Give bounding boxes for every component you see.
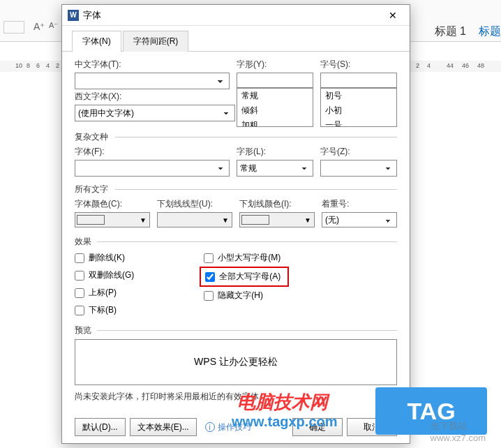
default-button[interactable]: 默认(D)... [75,418,126,436]
watermark-sitename: 电脑技术网 [237,390,328,415]
complex-size-label: 字号(Z): [320,146,397,158]
complex-font-label: 字体(F): [75,146,230,158]
wps-word-icon: W [68,10,79,21]
latin-font-select[interactable]: (使用中文字体) [75,105,235,121]
list-item[interactable]: 小初 [321,103,396,118]
font-size-combo-bg[interactable] [3,21,24,33]
watermark-url: www.tagxp.com [232,414,338,430]
complex-section-label: 复杂文种 [75,131,397,143]
alltext-section-label: 所有文字 [75,184,397,195]
dialog-tabs: 字体(N) 字符间距(R) [62,27,410,52]
tab-font[interactable]: 字体(N) [72,31,121,52]
increase-font-icon[interactable]: A⁺ [33,21,45,32]
heading-1-style[interactable]: 标题 1 [435,24,466,39]
underline-style-combo[interactable]: ▼ [157,212,232,227]
font-size-listbox[interactable]: 初号 小初 一号 [320,88,397,127]
strike-checkbox[interactable]: 删除线(K) [75,252,134,264]
dialog-title: 字体 [83,9,382,22]
heading-style-link[interactable]: 标题 [479,24,501,39]
list-item[interactable]: 加粗 [237,118,313,127]
emphasis-label: 着重号: [322,198,397,210]
font-style-label: 字形(Y): [237,59,313,70]
dialog-titlebar[interactable]: W 字体 ✕ [62,5,410,26]
complex-style-select[interactable]: 常规 [237,160,313,177]
effects-section-label: 效果 [75,236,397,248]
font-dialog: W 字体 ✕ 字体(N) 字符间距(R) 中文字体(T): 字形(Y): 常规 … [61,4,410,444]
info-icon: i [205,422,215,432]
emphasis-select[interactable]: (无) [322,212,397,227]
font-size-label: 字号(S): [320,59,397,70]
decrease-font-icon[interactable]: A⁻ [49,21,58,30]
preview-section-label: 预览 [75,324,397,336]
chinese-font-select[interactable] [75,73,230,89]
font-style-input[interactable] [237,73,313,88]
subscript-checkbox[interactable]: 下标(B) [75,304,134,316]
latin-font-label: 西文字体(X): [75,91,235,103]
list-item[interactable]: 初号 [321,89,396,103]
close-button[interactable]: ✕ [382,6,404,25]
underline-color-label: 下划线颜色(I): [239,198,315,210]
font-color-combo[interactable]: ▼ [75,212,150,227]
allcaps-checkbox[interactable]: 全部大写字母(A) [205,271,281,283]
list-item[interactable]: 常规 [237,89,313,103]
complex-font-select[interactable] [75,160,230,177]
font-hint-text: 尚未安装此字体，打印时将采用最相近的有效字体。 [75,391,397,403]
hidden-checkbox[interactable]: 隐藏文字(H) [204,290,282,301]
text-effect-button[interactable]: 文本效果(E)... [130,418,197,436]
preview-text: WPS 让办公更轻松 [194,356,278,368]
watermark-site2: 光下载站 www.xz7.com [431,420,486,443]
complex-size-select[interactable] [320,160,397,177]
double-strike-checkbox[interactable]: 双删除线(G) [75,269,134,281]
smallcaps-checkbox[interactable]: 小型大写字母(M) [204,252,282,264]
highlight-annotation: 全部大写字母(A) [200,267,289,287]
complex-style-label: 字形(L): [237,146,313,158]
tab-spacing[interactable]: 字符间距(R) [123,31,189,52]
list-item[interactable]: 一号 [321,118,396,127]
list-item[interactable]: 倾斜 [237,103,313,118]
font-color-label: 字体颜色(C): [75,198,150,210]
underline-style-label: 下划线线型(U): [157,198,232,210]
font-style-listbox[interactable]: 常规 倾斜 加粗 [237,88,313,127]
superscript-checkbox[interactable]: 上标(P) [75,287,134,299]
font-size-input[interactable] [320,73,397,88]
underline-color-combo[interactable]: ▼ [239,212,315,227]
chinese-font-label: 中文字体(T): [75,59,230,70]
preview-box: WPS 让办公更轻松 [75,339,397,385]
